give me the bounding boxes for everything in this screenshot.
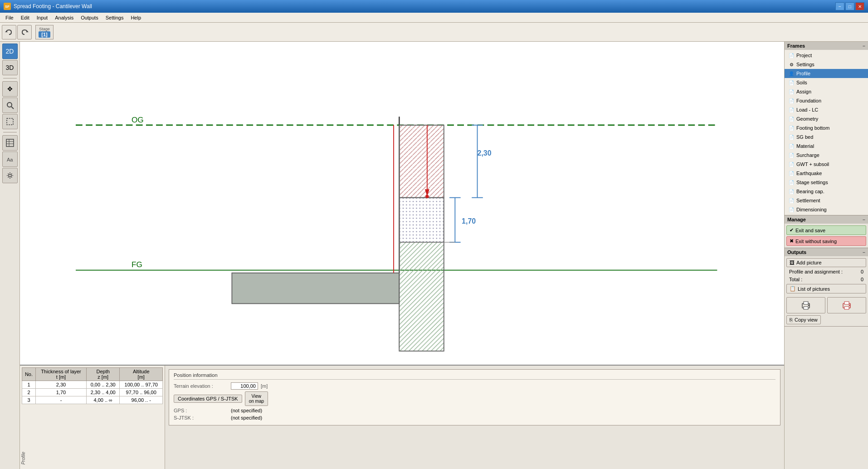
cell-altitude: 100,00 .. 97,70 bbox=[120, 381, 163, 389]
frame-item-soils[interactable]: 📄Soils bbox=[785, 78, 868, 87]
settings-button[interactable] bbox=[2, 168, 18, 183]
manage-header[interactable]: Manage − bbox=[785, 215, 868, 224]
select-tool-button[interactable] bbox=[2, 114, 18, 129]
frame-item-material[interactable]: 📄Material bbox=[785, 142, 868, 151]
svg-point-46 bbox=[849, 305, 850, 306]
export-button[interactable] bbox=[827, 297, 866, 313]
gps-button[interactable]: Coordinates GPS / S-JTSK bbox=[174, 395, 242, 403]
drawing-canvas: OG FG bbox=[20, 42, 784, 365]
gps-value: (not specified) bbox=[231, 408, 262, 413]
frames-header[interactable]: Frames − bbox=[785, 42, 868, 50]
frame-item-geometry[interactable]: 📄Geometry bbox=[785, 114, 868, 123]
frame-item-earthquake[interactable]: 📄Earthquake bbox=[785, 169, 868, 178]
frame-item-load-lc[interactable]: 📄Load - LC bbox=[785, 105, 868, 114]
frame-label-stage-settings: Stage settings bbox=[796, 180, 828, 185]
frame-item-gwt-subsoil[interactable]: 📄GWT + subsoil bbox=[785, 160, 868, 169]
undo-button[interactable] bbox=[2, 25, 16, 39]
soil-table-area: No. Thickness of layert [m] Depthz [m] A… bbox=[20, 366, 165, 469]
redo-button[interactable] bbox=[17, 25, 32, 39]
app-icon: SF bbox=[4, 3, 11, 10]
frame-item-assign[interactable]: 📄Assign bbox=[785, 87, 868, 96]
frame-label-surcharge: Surcharge bbox=[796, 152, 819, 158]
menu-item-help[interactable]: Help bbox=[127, 14, 145, 21]
frame-icon-profile: 👤 bbox=[788, 70, 795, 77]
svg-text:Aa: Aa bbox=[7, 157, 13, 162]
exit-save-button[interactable]: ✔ Exit and save bbox=[786, 225, 866, 235]
menu-item-outputs[interactable]: Outputs bbox=[77, 14, 102, 21]
table-view-button[interactable] bbox=[2, 135, 18, 151]
frame-item-surcharge[interactable]: 📄Surcharge bbox=[785, 151, 868, 160]
menu-item-settings[interactable]: Settings bbox=[102, 14, 127, 21]
terrain-unit: [m] bbox=[261, 383, 268, 389]
maximize-button[interactable]: □ bbox=[845, 2, 854, 10]
svg-rect-5 bbox=[6, 139, 14, 147]
cell-altitude: 96,00 .. - bbox=[120, 396, 163, 404]
frame-icon-soils: 📄 bbox=[788, 79, 795, 86]
soil-row-1[interactable]: 12,300,00 .. 2,30100,00 .. 97,70 bbox=[22, 381, 163, 389]
svg-text:1,70: 1,70 bbox=[462, 218, 476, 225]
view-2d-button[interactable]: 2D bbox=[2, 44, 18, 59]
frame-item-foundation[interactable]: 📄Foundation bbox=[785, 96, 868, 105]
add-picture-button[interactable]: 🖼 Add picture bbox=[786, 258, 866, 267]
menu-item-edit[interactable]: Edit bbox=[17, 14, 33, 21]
svg-point-33 bbox=[425, 195, 429, 198]
cell-depth: 2,30 .. 4,00 bbox=[86, 389, 119, 396]
frame-item-project[interactable]: 📄Project bbox=[785, 51, 868, 60]
manage-buttons: ✔ Exit and save ✖ Exit without saving bbox=[785, 224, 868, 248]
gps-value-row: GPS : (not specified) bbox=[174, 408, 775, 413]
cell-no: 1 bbox=[22, 381, 36, 389]
frame-label-project: Project bbox=[796, 53, 812, 58]
frame-icon-surcharge: 📄 bbox=[788, 152, 795, 158]
view-3d-button[interactable]: 3D bbox=[2, 60, 18, 75]
menu-item-file[interactable]: File bbox=[2, 14, 17, 21]
zoom-tool-button[interactable] bbox=[2, 98, 18, 113]
minimize-button[interactable]: − bbox=[835, 2, 844, 10]
frame-item-sg-bed[interactable]: 📄SG bed bbox=[785, 132, 868, 142]
frame-item-footing-bottom[interactable]: 📄Footing bottom bbox=[785, 123, 868, 132]
col-altitude: Altitude[m] bbox=[120, 368, 163, 381]
close-button[interactable]: ✕ bbox=[855, 2, 864, 10]
frame-item-bearing-cap[interactable]: 📄Bearing cap. bbox=[785, 187, 868, 196]
copy-view-button[interactable]: ⎘ Copy view bbox=[786, 315, 821, 324]
frame-label-gwt-subsoil: GWT + subsoil bbox=[796, 161, 829, 167]
move-tool-button[interactable]: ✥ bbox=[2, 81, 18, 97]
profile-assignment-row: Profile and assignment : 0 bbox=[786, 269, 866, 275]
profile-assignment-value: 0 bbox=[861, 269, 863, 274]
soil-row-3[interactable]: 3-4,00 .. ∞96,00 .. - bbox=[22, 396, 163, 404]
menu-item-analysis[interactable]: Analysis bbox=[51, 14, 77, 21]
frame-item-settlement[interactable]: 📄Settlement bbox=[785, 196, 868, 205]
outputs-collapse-icon: − bbox=[863, 250, 865, 255]
frame-item-settings[interactable]: ⚙Settings bbox=[785, 60, 868, 69]
view-map-button[interactable]: View on map bbox=[245, 391, 268, 406]
frame-label-soils: Soils bbox=[796, 80, 807, 85]
manage-collapse-icon: − bbox=[863, 217, 865, 222]
outputs-buttons: 🖼 Add picture Profile and assignment : 0… bbox=[785, 256, 868, 295]
frame-item-stage-settings[interactable]: 📄Stage settings bbox=[785, 178, 868, 187]
menu-item-input[interactable]: Input bbox=[33, 14, 51, 21]
outputs-header[interactable]: Outputs − bbox=[785, 248, 868, 256]
svg-point-10 bbox=[9, 174, 11, 177]
labels-button[interactable]: Aa bbox=[2, 151, 18, 167]
col-depth: Depthz [m] bbox=[86, 368, 119, 381]
soil-table-body: 12,300,00 .. 2,30100,00 .. 97,7021,702,3… bbox=[22, 381, 163, 404]
list-pictures-button[interactable]: 📋 List of pictures bbox=[786, 284, 866, 293]
svg-rect-45 bbox=[844, 302, 849, 304]
cell-depth: 0,00 .. 2,30 bbox=[86, 381, 119, 389]
frame-item-profile[interactable]: 👤Profile bbox=[785, 69, 868, 78]
frames-section: Frames − 📄Project⚙Settings👤Profile📄Soils… bbox=[785, 42, 868, 215]
cell-depth: 4,00 .. ∞ bbox=[86, 396, 119, 404]
frame-label-earthquake: Earthquake bbox=[796, 171, 822, 176]
frame-icon-bearing-cap: 📄 bbox=[788, 188, 795, 195]
svg-marker-0 bbox=[5, 31, 8, 32]
frame-item-dimensioning[interactable]: 📄Dimensioning bbox=[785, 205, 868, 214]
total-value: 0 bbox=[861, 277, 863, 282]
exit-without-button[interactable]: ✖ Exit without saving bbox=[786, 236, 866, 246]
canvas-area[interactable]: OG FG bbox=[20, 42, 784, 365]
sjtsk-name: S-JTSK : bbox=[174, 415, 228, 420]
menubar: FileEditInputAnalysisOutputsSettingsHelp bbox=[0, 13, 868, 23]
frame-icon-stage-settings: 📄 bbox=[788, 179, 795, 186]
svg-rect-44 bbox=[844, 307, 849, 309]
print-button[interactable] bbox=[786, 297, 825, 313]
soil-row-2[interactable]: 21,702,30 .. 4,0097,70 .. 96,00 bbox=[22, 389, 163, 396]
stage-button[interactable]: Stage [1] bbox=[35, 25, 54, 39]
